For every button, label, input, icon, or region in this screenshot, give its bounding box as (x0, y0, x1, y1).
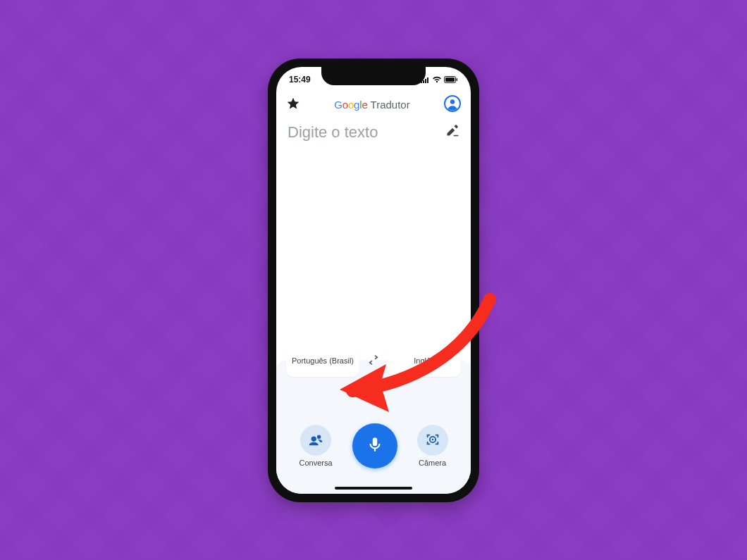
target-language-button[interactable]: Inglês (388, 346, 461, 377)
favorites-star-icon[interactable] (286, 97, 300, 113)
input-placeholder: Digite o texto (288, 123, 378, 142)
wifi-icon (432, 76, 442, 83)
swap-icon (367, 354, 380, 369)
source-language-label: Português (Brasil) (292, 356, 354, 366)
app-title: Google Tradutor (334, 99, 409, 111)
handwriting-icon[interactable] (445, 123, 459, 140)
microphone-button[interactable] (352, 423, 397, 468)
language-row: Português (Brasil) Inglês (286, 346, 461, 377)
google-logo: Google (334, 99, 367, 111)
battery-icon (444, 76, 458, 83)
camera-lens-icon (425, 432, 440, 449)
swap-languages-button[interactable] (359, 346, 388, 377)
app-header: Google Tradutor (276, 91, 471, 119)
svg-point-6 (431, 438, 433, 440)
conversation-icon (308, 432, 323, 449)
svg-rect-2 (457, 78, 458, 81)
status-right (420, 76, 458, 83)
conversation-button[interactable] (300, 425, 331, 456)
phone-notch (321, 67, 426, 85)
conversation-label: Conversa (299, 459, 332, 467)
target-language-label: Inglês (414, 356, 434, 366)
text-input-area[interactable]: Digite o texto (276, 123, 471, 142)
svg-rect-1 (445, 77, 455, 82)
account-avatar-icon[interactable] (444, 95, 461, 115)
bottom-section: Português (Brasil) Inglês (276, 360, 471, 494)
phone-frame: 15:49 Google Trad (268, 58, 479, 502)
source-language-button[interactable]: Português (Brasil) (286, 346, 359, 377)
camera-label: Câmera (419, 459, 446, 467)
camera-action[interactable]: Câmera (417, 425, 448, 467)
camera-button[interactable] (417, 425, 448, 456)
app-name-label: Tradutor (371, 99, 410, 111)
phone-screen: 15:49 Google Trad (276, 67, 471, 494)
home-indicator[interactable] (335, 487, 412, 490)
conversation-action[interactable]: Conversa (299, 425, 332, 467)
microphone-icon (366, 435, 384, 456)
action-row: Conversa (276, 423, 471, 468)
svg-point-4 (450, 99, 455, 104)
status-time: 15:49 (289, 75, 311, 85)
